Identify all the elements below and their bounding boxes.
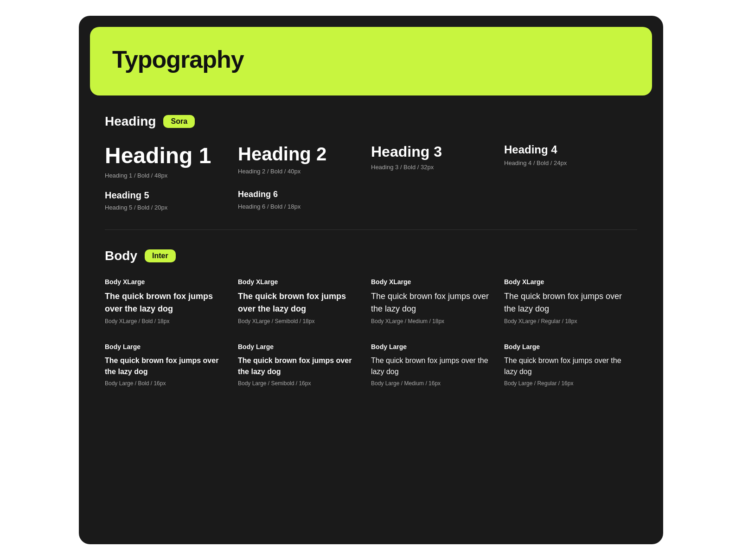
body-large-bold-meta: Body Large / Bold / 16px: [105, 380, 227, 387]
body-xlarge-medium-meta: Body XLarge / Medium / 18px: [371, 318, 493, 325]
body-large-semibold-label: Body Large: [238, 343, 360, 350]
body-large-semibold-meta: Body Large / Semibold / 16px: [238, 380, 360, 387]
body-large-medium-text: The quick brown fox jumps over the lazy …: [371, 355, 493, 377]
body-xlarge-regular-text: The quick brown fox jumps over the lazy …: [504, 290, 626, 315]
heading-section: Heading Sora Heading 1 Heading 1 / Bold …: [79, 95, 663, 211]
h1-meta: Heading 1 / Bold / 48px: [105, 172, 227, 179]
body-xlarge-bold-label: Body XLarge: [105, 278, 227, 286]
h6-demo: Heading 6: [238, 190, 360, 199]
body-large-grid: Body Large The quick brown fox jumps ove…: [105, 343, 637, 401]
body-large-bold-item: Body Large The quick brown fox jumps ove…: [105, 343, 238, 401]
body-large-regular-item: Body Large The quick brown fox jumps ove…: [504, 343, 637, 401]
body-xlarge-medium-label: Body XLarge: [371, 278, 493, 286]
h2-demo: Heading 2: [238, 144, 360, 164]
h2-meta: Heading 2 / Bold / 40px: [238, 168, 360, 175]
body-xlarge-semibold-item: Body XLarge The quick brown fox jumps ov…: [238, 278, 371, 339]
body-xlarge-grid: Body XLarge The quick brown fox jumps ov…: [105, 278, 637, 339]
body-xlarge-semibold-text: The quick brown fox jumps over the lazy …: [238, 290, 360, 315]
body-xlarge-semibold-label: Body XLarge: [238, 278, 360, 286]
body-large-regular-text: The quick brown fox jumps over the lazy …: [504, 355, 626, 377]
heading-font-badge: Sora: [163, 115, 195, 128]
h4-demo: Heading 4: [504, 144, 626, 156]
headings-grid-row1: Heading 1 Heading 1 / Bold / 48px Headin…: [105, 144, 637, 179]
h4-meta: Heading 4 / Bold / 24px: [504, 159, 626, 166]
heading-section-label-row: Heading Sora: [105, 114, 637, 129]
body-xlarge-regular-meta: Body XLarge / Regular / 18px: [504, 318, 626, 325]
page-title: Typography: [112, 45, 630, 73]
body-xlarge-bold-meta: Body XLarge / Bold / 18px: [105, 318, 227, 325]
body-section: Body Inter Body XLarge The quick brown f…: [79, 230, 663, 401]
body-xlarge-semibold-meta: Body XLarge / Semibold / 18px: [238, 318, 360, 325]
h6-meta: Heading 6 / Bold / 18px: [238, 203, 360, 210]
h3-meta: Heading 3 / Bold / 32px: [371, 164, 493, 171]
headings-grid-row2: Heading 5 Heading 5 / Bold / 20px Headin…: [105, 190, 637, 211]
heading-1-item: Heading 1 Heading 1 / Bold / 48px: [105, 144, 238, 179]
body-large-bold-text: The quick brown fox jumps over the lazy …: [105, 355, 227, 377]
body-large-regular-meta: Body Large / Regular / 16px: [504, 380, 626, 387]
h5-demo: Heading 5: [105, 190, 227, 200]
body-section-label: Body: [105, 248, 137, 263]
body-xlarge-bold-text: The quick brown fox jumps over the lazy …: [105, 290, 227, 315]
body-font-badge: Inter: [145, 249, 176, 262]
body-large-semibold-text: The quick brown fox jumps over the lazy …: [238, 355, 360, 377]
body-large-medium-item: Body Large The quick brown fox jumps ove…: [371, 343, 504, 401]
body-large-semibold-item: Body Large The quick brown fox jumps ove…: [238, 343, 371, 401]
body-section-label-row: Body Inter: [105, 248, 637, 263]
body-large-medium-label: Body Large: [371, 343, 493, 350]
heading-4-item: Heading 4 Heading 4 / Bold / 24px: [504, 144, 637, 179]
hero-banner: Typography: [90, 27, 652, 95]
body-xlarge-medium-text: The quick brown fox jumps over the lazy …: [371, 290, 493, 315]
body-xlarge-regular-item: Body XLarge The quick brown fox jumps ov…: [504, 278, 637, 339]
body-large-regular-label: Body Large: [504, 343, 626, 350]
heading-section-label: Heading: [105, 114, 156, 129]
h1-demo: Heading 1: [105, 144, 227, 168]
main-card: Typography Heading Sora Heading 1 Headin…: [79, 16, 663, 544]
h5-meta: Heading 5 / Bold / 20px: [105, 204, 227, 211]
body-large-bold-label: Body Large: [105, 343, 227, 350]
h3-demo: Heading 3: [371, 144, 493, 160]
heading-6-item: Heading 6 Heading 6 / Bold / 18px: [238, 190, 371, 211]
heading-3-item: Heading 3 Heading 3 / Bold / 32px: [371, 144, 504, 179]
body-xlarge-medium-item: Body XLarge The quick brown fox jumps ov…: [371, 278, 504, 339]
body-xlarge-regular-label: Body XLarge: [504, 278, 626, 286]
body-large-medium-meta: Body Large / Medium / 16px: [371, 380, 493, 387]
heading-5-item: Heading 5 Heading 5 / Bold / 20px: [105, 190, 238, 211]
heading-2-item: Heading 2 Heading 2 / Bold / 40px: [238, 144, 371, 179]
body-xlarge-bold-item: Body XLarge The quick brown fox jumps ov…: [105, 278, 238, 339]
